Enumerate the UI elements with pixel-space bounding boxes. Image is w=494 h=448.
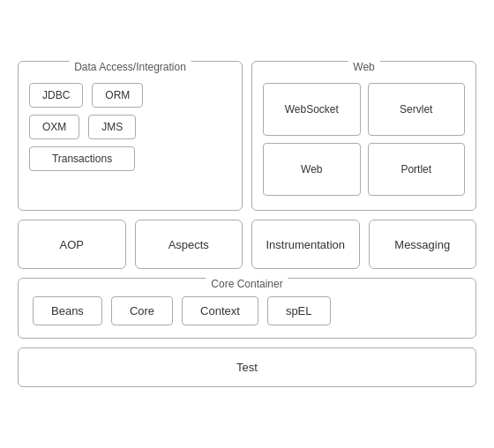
websocket-item: WebSocket [263, 83, 361, 136]
transactions-item: Transactions [29, 146, 135, 171]
aop-item: AOP [18, 220, 126, 269]
web-item: Web [263, 143, 361, 196]
web-inner: WebSocket Servlet Web Portlet [263, 83, 465, 196]
da-row2: OXM JMS [29, 115, 231, 139]
web-label: Web [348, 61, 379, 73]
messaging-item: Messaging [369, 220, 477, 269]
spel-item: spEL [267, 296, 331, 325]
data-access-box: Data Access/Integration JDBC ORM OXM JMS [18, 61, 243, 211]
oxm-item: OXM [29, 115, 79, 139]
core-container-label: Core Container [206, 278, 288, 290]
row2: AOP Aspects Instrumentation Messaging [18, 220, 476, 269]
test-box: Test [18, 347, 476, 387]
aspects-item: Aspects [135, 220, 243, 269]
core-item: Core [111, 296, 173, 325]
beans-item: Beans [33, 296, 102, 325]
portlet-item: Portlet [368, 143, 466, 196]
data-access-label: Data Access/Integration [69, 61, 191, 73]
jdbc-item: JDBC [29, 83, 83, 108]
orm-item: ORM [92, 83, 143, 108]
spring-diagram: Data Access/Integration JDBC ORM OXM JMS [18, 61, 476, 387]
context-item: Context [182, 296, 258, 325]
da-row3: Transactions [29, 146, 231, 171]
data-access-inner: JDBC ORM OXM JMS Transaction [29, 83, 231, 171]
core-container-box: Core Container Beans Core Context spEL [18, 278, 476, 339]
web-box: Web WebSocket Servlet Web Portlet [251, 61, 476, 211]
servlet-item: Servlet [368, 83, 466, 136]
jms-item: JMS [88, 115, 136, 139]
core-inner: Beans Core Context spEL [33, 296, 461, 325]
row1: Data Access/Integration JDBC ORM OXM JMS [18, 61, 476, 211]
instrumentation-item: Instrumentation [251, 220, 360, 269]
da-row1: JDBC ORM [29, 83, 231, 108]
